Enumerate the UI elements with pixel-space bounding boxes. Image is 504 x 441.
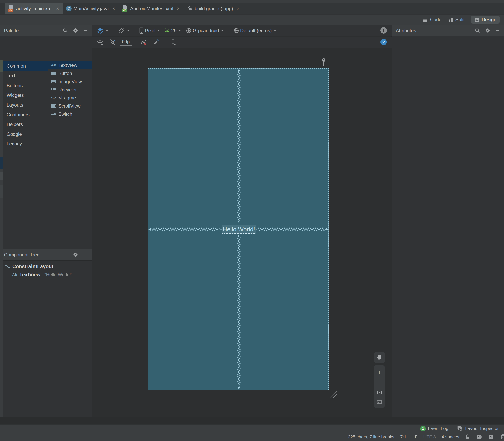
palette-item-list: Ab TextView Button ImageView Recycler...… (48, 61, 92, 249)
clipped-edge-icon[interactable] (500, 434, 504, 440)
char-count: 225 chars, 7 line breaks (348, 434, 395, 440)
pan-tool-button[interactable] (374, 352, 385, 363)
category-widgets[interactable]: Widgets (2, 90, 48, 100)
category-helpers[interactable]: Helpers (2, 120, 48, 129)
split-label: Split (455, 17, 465, 22)
view-options-button[interactable] (95, 38, 106, 47)
category-google[interactable]: Google (2, 129, 48, 139)
surface-layers-button[interactable] (95, 26, 110, 35)
palette-item-switch[interactable]: Switch (48, 110, 92, 118)
chevron-down-icon (127, 30, 129, 31)
minimize-icon[interactable] (83, 252, 88, 257)
zoom-to-fit-button[interactable] (377, 400, 382, 404)
imageview-icon (51, 79, 56, 84)
category-layouts[interactable]: Layouts (2, 100, 48, 110)
toolbar-divider (134, 28, 134, 33)
textview-widget[interactable]: Hello World! (222, 225, 256, 234)
manifest-file-icon: MF (122, 5, 128, 12)
caret-position[interactable]: 7:1 (400, 434, 406, 440)
design-editor-column: Pixel 29 Grpcandroid Default (en-us) ! (92, 25, 392, 417)
editor-tab-bar: <> activity_main.xml × C MainActivity.ja… (0, 2, 504, 15)
toolbar-divider (113, 28, 113, 33)
palette-item-recyclerview[interactable]: Recycler... (48, 86, 92, 94)
palette-item-imageview[interactable]: ImageView (48, 78, 92, 86)
happy-face-icon[interactable] (476, 434, 482, 440)
android-studio-window: <> activity_main.xml × C MainActivity.ja… (0, 0, 504, 441)
tab-activity-main-xml[interactable]: <> activity_main.xml × (5, 2, 62, 14)
file-encoding[interactable]: UTF-8 (423, 434, 436, 440)
theme-selector[interactable]: Grpcandroid (184, 27, 225, 34)
category-text[interactable]: Text (2, 71, 48, 80)
layout-inspector-label: Layout Inspector (465, 426, 499, 431)
guidelines-button[interactable] (168, 38, 178, 47)
tab-label: build.gradle (:app) (195, 6, 233, 11)
close-icon[interactable]: × (237, 6, 240, 11)
category-common[interactable]: Common (2, 61, 48, 71)
zoom-out-button[interactable]: − (378, 380, 381, 386)
indent-setting[interactable]: 4 spaces (442, 434, 459, 440)
locale-selector[interactable]: Default (en-us) (231, 27, 278, 34)
recyclerview-icon (51, 87, 56, 92)
issues-icon[interactable]: ! (380, 27, 387, 33)
tab-mainactivity-java[interactable]: C MainActivity.java × (62, 2, 119, 14)
palette-header: Palette (0, 25, 92, 36)
device-selector[interactable]: Pixel (137, 27, 161, 34)
editor-mode-bar: Code Split Design (0, 15, 504, 25)
default-margin-selector[interactable]: 0dp (120, 39, 132, 46)
minimize-icon[interactable] (83, 28, 88, 33)
category-buttons[interactable]: Buttons (2, 80, 48, 90)
window-top-strip (0, 0, 504, 2)
globe-icon (233, 28, 239, 33)
palette-item-button[interactable]: Button (48, 69, 92, 78)
sad-face-icon[interactable] (488, 434, 494, 440)
category-legacy[interactable]: Legacy (2, 139, 48, 149)
stripe-segment (0, 157, 2, 169)
close-icon[interactable]: × (112, 6, 115, 11)
component-tree-header: Component Tree ConstraintLayout Ab TextV… (0, 249, 92, 279)
tree-node-textview[interactable]: Ab TextView "Hello World!" (5, 270, 92, 279)
bottom-strip (0, 417, 504, 424)
close-icon[interactable]: × (56, 6, 59, 11)
search-icon[interactable] (62, 28, 68, 33)
line-separator[interactable]: LF (412, 434, 417, 440)
gear-icon[interactable] (73, 252, 78, 258)
code-icon (423, 17, 428, 22)
help-icon[interactable]: ? (380, 39, 387, 45)
layout-inspector-icon (457, 426, 463, 431)
design-surface[interactable]: Hello World! + − 1:1 (92, 48, 392, 417)
split-mode-button[interactable]: Split (448, 17, 465, 22)
zoom-in-button[interactable]: + (378, 369, 381, 375)
gear-icon[interactable] (485, 28, 490, 33)
tab-androidmanifest-xml[interactable]: MF AndroidManifest.xml × (119, 2, 183, 14)
autoconnect-magnet-button[interactable] (107, 38, 118, 47)
palette-item-scrollview[interactable]: ScrollView (48, 102, 92, 110)
design-mode-button[interactable]: Design (471, 16, 500, 24)
event-log-button[interactable]: 1 Event Log (420, 426, 448, 431)
clear-constraints-button[interactable] (138, 38, 149, 47)
constraintlayout-icon (5, 264, 10, 269)
chevron-down-icon (106, 30, 108, 31)
infer-constraints-button[interactable] (151, 38, 162, 47)
palette-item-textview[interactable]: Ab TextView (48, 61, 92, 69)
api-level-selector[interactable]: 29 (163, 27, 183, 34)
gear-icon[interactable] (73, 28, 78, 33)
minimize-icon[interactable] (495, 28, 500, 33)
wrench-icon[interactable] (320, 58, 328, 66)
code-mode-button[interactable]: Code (423, 17, 441, 22)
orientation-button[interactable] (116, 26, 131, 35)
zoom-actual-button[interactable]: 1:1 (376, 391, 382, 395)
toolbar-divider (135, 39, 135, 45)
search-icon[interactable] (475, 28, 480, 33)
category-containers[interactable]: Containers (2, 110, 48, 120)
toolbar-divider (228, 28, 229, 33)
lock-icon[interactable] (465, 434, 470, 440)
tree-node-constraintlayout[interactable]: ConstraintLayout (5, 262, 92, 270)
tab-build-gradle[interactable]: build.gradle (:app) × (183, 2, 243, 14)
layout-inspector-button[interactable]: Layout Inspector (457, 426, 499, 431)
status-bar: 225 chars, 7 line breaks 7:1 LF UTF-8 4 … (0, 433, 504, 441)
tool-window-bar: 1 Event Log Layout Inspector (0, 424, 504, 433)
java-class-icon: C (66, 6, 72, 11)
close-icon[interactable]: × (177, 6, 180, 11)
scrollview-icon (51, 103, 56, 109)
palette-item-fragment[interactable]: <> <fragme... (48, 94, 92, 102)
